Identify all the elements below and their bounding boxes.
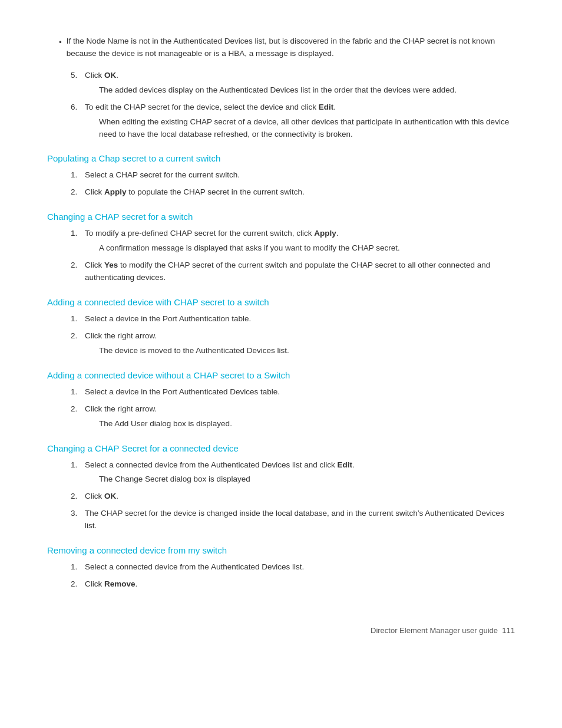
section3-steps: 1. Select a device in the Port Authentic… [47,313,515,357]
step-5-main: Click OK. [85,71,118,80]
section3-step-2: 2. Click the right arrow. The device is … [65,330,515,357]
remove-bold: Remove [104,579,135,588]
section4-steps: 1. Select a device in the Port Authentic… [47,386,515,430]
footer-text: Director Element Manager user guide [371,626,498,635]
page-footer: Director Element Manager user guide 111 [47,626,515,635]
s1-step1-content: Select a CHAP secret for the current swi… [85,169,515,182]
section2-step-1: 1. To modify a pre-defined CHAP secret f… [65,228,515,255]
section5-step-2: 2. Click OK. [65,490,515,503]
s2-step1-content: To modify a pre-defined CHAP secret for … [85,228,515,255]
s6-step1-content: Select a connected device from the Authe… [85,561,515,574]
s1-step1-text: Select a CHAP secret for the current swi… [85,170,240,179]
s3-step1-text: Select a device in the Port Authenticati… [85,314,251,323]
bullet-dot: • [59,37,62,60]
s4-step2-sub: The Add User dialog box is displayed. [85,418,515,430]
section1-step-2: 2. Click Apply to populate the CHAP secr… [65,186,515,199]
s3-num-1: 1. [71,313,80,325]
intro-step-6: 6. To edit the CHAP secret for the devic… [65,101,515,141]
s4-step1-content: Select a device in the Port Authenticate… [85,386,515,398]
intro-step-5: 5. Click OK. The added devices display o… [65,70,515,97]
s4-num-2: 2. [71,403,80,430]
s5-step1-sub: The Change Secret dialog box is displaye… [85,473,515,486]
s4-step1-text: Select a device in the Port Authenticate… [85,387,280,396]
s1-step2-text: Click Apply to populate the CHAP secret … [85,187,305,196]
s6-step2-text: Click Remove. [85,579,137,588]
s6-step2-content: Click Remove. [85,578,515,591]
s5-step3-text: The CHAP secret for the device is change… [85,509,504,530]
yes-bold: Yes [104,261,118,269]
s5-step2-text: Click OK. [85,492,118,500]
s6-num-1: 1. [71,561,80,574]
ok-bold-2: OK [104,492,116,500]
s3-step2-text: Click the right arrow. [85,331,157,340]
section1-step-1: 1. Select a CHAP secret for the current … [65,169,515,182]
s1-num-1: 1. [71,169,80,182]
s2-step1-text: To modify a pre-defined CHAP secret for … [85,229,338,238]
s3-step2-content: Click the right arrow. The device is mov… [85,330,515,357]
s5-step2-content: Click OK. [85,490,515,503]
section3-heading: Adding a connected device with CHAP secr… [47,297,515,307]
s5-step1-text: Select a connected device from the Authe… [85,460,355,469]
s2-num-1: 1. [71,228,80,255]
section2-steps: 1. To modify a pre-defined CHAP secret f… [47,228,515,284]
apply-bold-2: Apply [314,229,336,238]
section4-step-1: 1. Select a device in the Port Authentic… [65,386,515,398]
step-6-sub: When editing the existing CHAP secret of… [85,116,515,141]
section2-heading: Changing a CHAP secret for a switch [47,212,515,222]
page-number: 111 [502,626,515,635]
bullet-text-1: If the Node Name is not in the Authentic… [67,35,515,60]
step-5-content: Click OK. The added devices display on t… [85,70,515,97]
s3-step2-sub: The device is moved to the Authenticated… [85,345,515,357]
s2-step1-sub: A confirmation message is displayed that… [85,242,515,255]
s5-step3-content: The CHAP secret for the device is change… [85,508,515,532]
s4-num-1: 1. [71,386,80,398]
s4-step2-text: Click the right arrow. [85,404,157,413]
section4-step-2: 2. Click the right arrow. The Add User d… [65,403,515,430]
section5-steps: 1. Select a connected device from the Au… [47,459,515,533]
step-6-main: To edit the CHAP secret for the device, … [85,103,336,111]
section1-steps: 1. Select a CHAP secret for the current … [47,169,515,199]
step-5-sub: The added devices display on the Authent… [85,84,515,97]
section3-step-1: 1. Select a device in the Port Authentic… [65,313,515,325]
s5-step1-content: Select a connected device from the Authe… [85,459,515,486]
s4-step2-content: Click the right arrow. The Add User dial… [85,403,515,430]
section6-step-2: 2. Click Remove. [65,578,515,591]
step-num-6: 6. [71,101,80,141]
step-num-5: 5. [71,70,80,97]
section5-step-1: 1. Select a connected device from the Au… [65,459,515,486]
edit-bold-2: Edit [337,460,352,469]
s1-num-2: 2. [71,186,80,199]
s2-step2-content: Click Yes to modify the CHAP secret of t… [85,259,515,284]
s5-num-2: 2. [71,490,80,503]
s2-step2-text: Click Yes to modify the CHAP secret of t… [85,261,490,282]
s6-step1-text: Select a connected device from the Authe… [85,562,304,571]
s3-step1-content: Select a device in the Port Authenticati… [85,313,515,325]
s3-num-2: 2. [71,330,80,357]
page-content: • If the Node Name is not in the Authent… [47,35,515,635]
intro-steps-section: 5. Click OK. The added devices display o… [47,70,515,141]
section1-heading: Populating a Chap secret to a current sw… [47,153,515,163]
section6-steps: 1. Select a connected device from the Au… [47,561,515,591]
section5-step-3: 3. The CHAP secret for the device is cha… [65,508,515,532]
intro-bullet-section: • If the Node Name is not in the Authent… [47,35,515,60]
section5-heading: Changing a CHAP Secret for a connected d… [47,443,515,453]
section6-step-1: 1. Select a connected device from the Au… [65,561,515,574]
section2-step-2: 2. Click Yes to modify the CHAP secret o… [65,259,515,284]
edit-bold-1: Edit [319,103,334,111]
section4-heading: Adding a connected device without a CHAP… [47,370,515,380]
s2-num-2: 2. [71,259,80,284]
step-6-content: To edit the CHAP secret for the device, … [85,101,515,141]
s5-num-1: 1. [71,459,80,486]
s5-num-3: 3. [71,508,80,532]
section6-heading: Removing a connected device from my swit… [47,545,515,555]
s1-step2-content: Click Apply to populate the CHAP secret … [85,186,515,199]
bullet-item-1: • If the Node Name is not in the Authent… [59,35,515,60]
apply-bold-1: Apply [104,187,127,196]
s6-num-2: 2. [71,578,80,591]
ok-bold: OK [104,71,116,80]
